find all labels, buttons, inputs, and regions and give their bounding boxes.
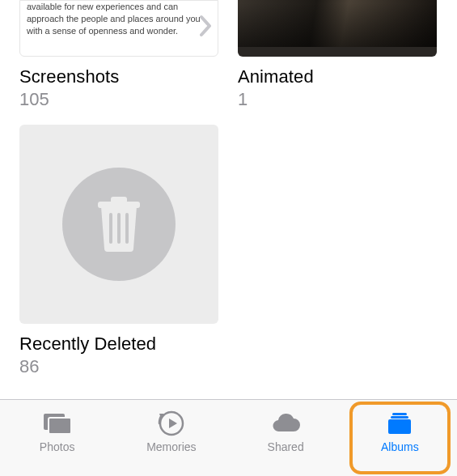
tab-bar: Photos Memories Shared [0, 399, 457, 476]
trash-icon [62, 168, 176, 281]
memories-icon [158, 411, 185, 436]
tab-label: Memories [146, 440, 196, 453]
album-title: Recently Deleted [19, 334, 218, 355]
tab-label: Albums [381, 440, 419, 453]
album-title: Screenshots [19, 66, 218, 87]
svg-marker-9 [169, 419, 177, 428]
album-thumbnail: available for new experiences and can ap… [19, 0, 218, 57]
svg-rect-11 [391, 416, 408, 419]
album-screenshots[interactable]: available for new experiences and can ap… [19, 0, 218, 110]
album-thumbnail [238, 0, 437, 57]
tab-label: Shared [268, 440, 304, 453]
tab-shared[interactable]: Shared [229, 405, 343, 476]
album-recently-deleted[interactable]: Recently Deleted 86 [19, 125, 218, 377]
svg-rect-1 [111, 197, 127, 203]
albums-icon [385, 411, 414, 436]
album-title: Animated [238, 66, 437, 87]
tab-photos[interactable]: Photos [0, 405, 114, 476]
album-count: 86 [19, 356, 218, 377]
cloud-icon [269, 411, 302, 436]
svg-rect-10 [392, 413, 407, 415]
album-count: 1 [238, 89, 437, 110]
tab-label: Photos [40, 440, 75, 453]
tab-albums[interactable]: Albums [343, 405, 457, 476]
album-animated[interactable]: Animated 1 [238, 0, 437, 110]
svg-rect-12 [388, 419, 411, 434]
album-thumbnail [19, 125, 218, 324]
album-count: 105 [19, 89, 218, 110]
tab-memories[interactable]: Memories [114, 405, 228, 476]
photos-icon [41, 411, 74, 436]
chevron-right-icon [198, 14, 213, 41]
svg-rect-6 [49, 418, 71, 434]
screenshot-preview-text: available for new experiences and can ap… [20, 1, 218, 37]
